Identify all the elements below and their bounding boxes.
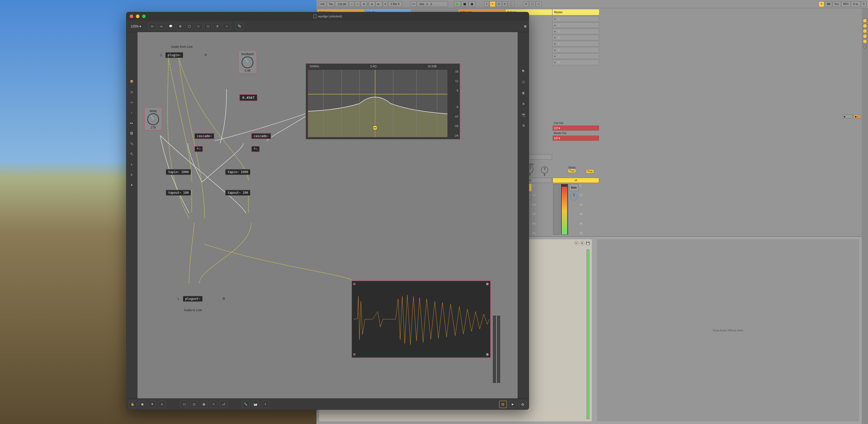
reenable-automation[interactable]: ↺ bbox=[496, 1, 502, 7]
computer-midi-keyboard[interactable]: ⌨ bbox=[825, 1, 832, 7]
tempo-field[interactable]: 120.00 bbox=[335, 1, 348, 7]
filtergraph[interactable]: 1039Hz 0.4Q 10.9dB bbox=[305, 63, 460, 140]
zoom-select[interactable]: 125% ▾ bbox=[129, 25, 143, 28]
master-volume-value[interactable]: inf bbox=[553, 178, 599, 183]
draw-mode[interactable]: ✎ bbox=[819, 1, 824, 7]
feedback-dial[interactable]: feedback 0.46 bbox=[238, 50, 257, 74]
star-icon[interactable]: ★ bbox=[129, 182, 134, 188]
mult-object-l[interactable]: *~ bbox=[194, 146, 203, 152]
presentation-icon[interactable]: 🖵 bbox=[180, 401, 188, 408]
scene-launch-icon[interactable]: ▸ bbox=[554, 30, 556, 33]
freeze-icon[interactable]: ❄ bbox=[148, 401, 156, 408]
scene-2[interactable]: ▸2 bbox=[553, 22, 599, 28]
solo-cue-button[interactable]: Solo bbox=[569, 184, 579, 191]
sends-toggle[interactable] bbox=[863, 24, 867, 28]
cue-volume-knob[interactable] bbox=[570, 193, 578, 200]
midi-keyboard-icon[interactable]: 🎹 bbox=[252, 401, 259, 408]
patch-window-icon[interactable]: ▣ bbox=[138, 401, 146, 408]
sliders-icon[interactable]: ⚙ bbox=[521, 123, 526, 128]
new-message-button[interactable]: m bbox=[158, 23, 165, 30]
tap-tempo-button[interactable]: Tap bbox=[327, 1, 335, 7]
tempo-nudge-up[interactable]: ›› bbox=[355, 1, 361, 7]
drop-audio-effects[interactable]: Drop Audio Effects Here bbox=[597, 239, 860, 421]
punch-in[interactable]: ▢ bbox=[529, 1, 535, 7]
target-icon[interactable]: ◎ bbox=[129, 89, 134, 95]
scene-launch-icon[interactable]: ▸ bbox=[554, 17, 556, 21]
info-icon[interactable]: ⓘ bbox=[521, 79, 526, 85]
new-dial-button[interactable]: ◔ bbox=[213, 23, 221, 30]
scene-launch-icon[interactable]: ▸ bbox=[554, 55, 556, 58]
delay-toggle[interactable] bbox=[863, 39, 867, 44]
new-flonum-button[interactable]: ▢ bbox=[204, 23, 212, 30]
scene-launch-icon[interactable]: ▸ bbox=[554, 42, 556, 46]
stop-all-clips[interactable]: ■ bbox=[842, 115, 853, 118]
warning-icon[interactable]: ⚠ bbox=[158, 401, 166, 408]
overdub-button[interactable]: + bbox=[484, 1, 489, 7]
image-icon[interactable]: 🖼 bbox=[129, 131, 134, 136]
post-pre-a[interactable]: Post bbox=[568, 169, 576, 173]
scene-7[interactable]: ▸7 bbox=[553, 53, 599, 59]
crossfade-toggle[interactable] bbox=[863, 45, 867, 49]
scope[interactable] bbox=[351, 280, 491, 358]
scene-launch-icon[interactable]: ▸ bbox=[554, 24, 556, 27]
scene-launch-all[interactable]: ▶▢ bbox=[854, 115, 861, 118]
scene-6[interactable]: ▸6 bbox=[553, 47, 599, 53]
master-fader[interactable] bbox=[553, 184, 560, 235]
activity-icon[interactable]: ∥∥ bbox=[499, 401, 507, 408]
dial-icon[interactable] bbox=[242, 56, 253, 68]
play-button[interactable] bbox=[454, 1, 461, 7]
plug-icon[interactable]: 🔌 bbox=[129, 151, 134, 157]
plugin-object[interactable]: plugin~ bbox=[165, 52, 183, 58]
follow-button[interactable]: ↦ bbox=[411, 1, 416, 7]
tapin-l[interactable]: tapin~ 1000 bbox=[166, 169, 191, 175]
max-titlebar[interactable]: squidge (unlocked) bbox=[126, 12, 529, 21]
scene-launch-icon[interactable]: ▸ bbox=[554, 48, 556, 52]
scene-1[interactable]: ▸1 bbox=[553, 16, 599, 22]
layout-icon[interactable]: ◧ bbox=[521, 90, 526, 96]
capture-button[interactable]: ⎘ bbox=[502, 1, 507, 7]
add-object-button[interactable]: ＋ bbox=[223, 23, 230, 30]
attachment-icon[interactable]: 📎 bbox=[129, 141, 134, 146]
scene-3[interactable]: ▸3 bbox=[553, 28, 599, 34]
mixer-toggle[interactable] bbox=[863, 34, 867, 38]
packages-icon[interactable]: 📦 bbox=[129, 79, 134, 84]
search-icon[interactable]: 🔍 bbox=[521, 68, 526, 74]
new-comment-button[interactable]: 💬 bbox=[167, 23, 175, 30]
link-button[interactable]: Link bbox=[318, 1, 326, 7]
zoom-icon[interactable] bbox=[142, 15, 146, 18]
time-sig-num[interactable]: 4 bbox=[361, 1, 367, 7]
dsp-play-icon[interactable]: ▶ bbox=[509, 401, 517, 408]
master-out-select[interactable]: 1/2 ▾ bbox=[553, 136, 599, 141]
lock-icon[interactable]: 🔓 bbox=[129, 401, 136, 408]
record-button[interactable] bbox=[469, 1, 475, 7]
scene-launch-icon[interactable]: ▸ bbox=[554, 61, 556, 64]
io-toggle[interactable] bbox=[863, 19, 867, 23]
camera-icon[interactable]: 📷 bbox=[521, 112, 526, 117]
forward-icon[interactable]: ▸▸ bbox=[129, 120, 134, 126]
new-button-button[interactable]: ◯ bbox=[185, 23, 193, 30]
hierarchy-icon[interactable]: ⎇ bbox=[220, 401, 227, 408]
dial-icon[interactable] bbox=[147, 113, 159, 125]
scene-launch-icon[interactable]: ▸ bbox=[554, 36, 556, 39]
automation-arm[interactable]: ✎ bbox=[490, 1, 495, 7]
window-icon[interactable]: ▭ bbox=[129, 100, 134, 105]
cascade-object-l[interactable]: cascade~ bbox=[194, 133, 214, 139]
scene-8[interactable]: ▸8 bbox=[553, 59, 599, 65]
bold-icon[interactable]: b bbox=[129, 172, 134, 177]
scene-5[interactable]: ▸5 bbox=[553, 41, 599, 47]
disk-overload[interactable]: D bbox=[861, 1, 866, 7]
stop-button[interactable] bbox=[461, 1, 468, 7]
beap-icon[interactable]: 🫧 bbox=[236, 23, 243, 30]
device-save-icon[interactable]: 💾 bbox=[586, 241, 590, 246]
metronome-menu[interactable]: ▾ bbox=[383, 1, 388, 7]
wrench-icon[interactable]: 🔧 bbox=[242, 401, 250, 408]
close-icon[interactable] bbox=[130, 15, 133, 18]
punch-out[interactable]: ▢ bbox=[536, 1, 542, 7]
audiotest-icon[interactable]: ⫴ bbox=[261, 401, 269, 408]
eq-plot[interactable] bbox=[308, 70, 447, 137]
device-hotswap-icon[interactable]: ⟳ bbox=[574, 241, 579, 246]
send-b-knob[interactable] bbox=[541, 166, 548, 174]
metronome-toggle[interactable]: ●○ bbox=[376, 1, 382, 7]
cue-out-select[interactable]: 1/2 ▾ bbox=[553, 125, 599, 131]
tempo-nudge-down[interactable]: ‹‹ bbox=[349, 1, 354, 7]
